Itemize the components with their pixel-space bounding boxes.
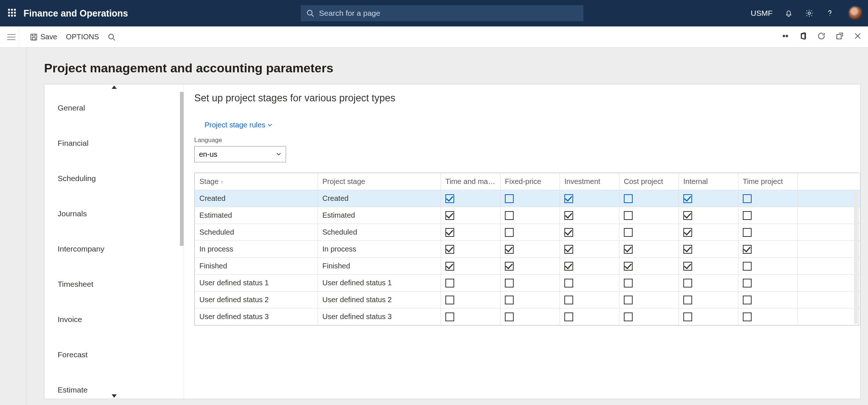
checkbox[interactable] (505, 228, 514, 237)
checkbox[interactable] (505, 245, 514, 254)
cell-project-stage[interactable]: Created (318, 190, 441, 207)
checkbox[interactable] (445, 194, 454, 203)
table-row[interactable]: In processIn process (195, 241, 860, 258)
sidenav-item[interactable]: Scheduling (44, 161, 184, 196)
checkbox[interactable] (624, 228, 633, 237)
checkbox[interactable] (683, 262, 692, 271)
cell-stage[interactable]: User defined status 2 (195, 292, 318, 308)
save-button[interactable]: Save (26, 26, 62, 47)
cell-project-stage[interactable]: User defined status 2 (318, 292, 441, 308)
column-header[interactable]: Internal (679, 173, 738, 190)
cell-project-stage[interactable]: Estimated (318, 207, 441, 224)
checkbox[interactable] (683, 245, 692, 254)
cell-stage[interactable]: Finished (195, 258, 318, 275)
checkbox[interactable] (624, 312, 633, 321)
sidenav-item[interactable]: Journals (44, 196, 184, 231)
help-icon[interactable] (825, 9, 834, 18)
checkbox[interactable] (564, 312, 573, 321)
checkbox[interactable] (624, 262, 633, 271)
checkbox[interactable] (445, 228, 454, 237)
checkbox[interactable] (564, 296, 573, 304)
table-row[interactable]: CreatedCreated (195, 190, 860, 207)
cell-stage[interactable]: Estimated (195, 207, 318, 224)
sidenav-item[interactable]: Invoice (44, 302, 184, 337)
checkbox[interactable] (683, 228, 692, 237)
table-row[interactable]: ScheduledScheduled (195, 224, 860, 241)
company-label[interactable]: USMF (751, 9, 773, 18)
notifications-icon[interactable] (784, 9, 793, 18)
refresh-icon[interactable] (817, 32, 825, 42)
cell-project-stage[interactable]: Scheduled (318, 224, 441, 241)
checkbox[interactable] (743, 279, 752, 288)
checkbox[interactable] (624, 194, 633, 203)
cell-project-stage[interactable]: User defined status 1 (318, 275, 441, 292)
column-header[interactable]: Time project (738, 173, 798, 190)
checkbox[interactable] (743, 228, 752, 237)
checkbox[interactable] (743, 194, 752, 203)
column-header[interactable]: Project stage (318, 173, 441, 190)
app-launcher-icon[interactable] (8, 9, 17, 18)
checkbox[interactable] (683, 211, 692, 220)
checkbox[interactable] (564, 279, 573, 288)
sidenav-item[interactable]: Intercompany (44, 231, 184, 267)
cell-stage[interactable]: User defined status 3 (195, 308, 318, 325)
checkbox[interactable] (445, 262, 454, 271)
cell-project-stage[interactable]: User defined status 3 (318, 308, 441, 325)
table-row[interactable]: User defined status 3User defined status… (195, 308, 860, 325)
checkbox[interactable] (743, 211, 752, 220)
cell-stage[interactable]: In process (195, 241, 318, 258)
settings-icon[interactable] (805, 9, 814, 18)
user-avatar[interactable] (849, 7, 862, 20)
cell-stage[interactable]: Scheduled (195, 224, 318, 241)
checkbox[interactable] (564, 228, 573, 237)
column-header[interactable]: Cost project (619, 173, 679, 190)
checkbox[interactable] (564, 245, 573, 254)
cell-stage[interactable]: Created (195, 190, 318, 207)
sidenav-item[interactable]: Forecast (44, 337, 184, 372)
column-header[interactable]: Investment (560, 173, 619, 190)
table-row[interactable]: User defined status 1User defined status… (195, 275, 860, 292)
checkbox[interactable] (743, 245, 752, 254)
project-stage-rules-link[interactable]: Project stage rules (205, 121, 272, 129)
popout-icon[interactable] (836, 32, 844, 42)
attachments-icon[interactable] (781, 32, 789, 42)
close-icon[interactable] (854, 32, 861, 41)
options-button[interactable]: OPTIONS (62, 26, 104, 47)
checkbox[interactable] (683, 194, 692, 203)
column-header[interactable]: Stage↑ (195, 173, 318, 190)
checkbox[interactable] (564, 194, 573, 203)
checkbox[interactable] (445, 211, 454, 220)
sidenav-item[interactable]: Financial (44, 126, 184, 161)
table-row[interactable]: User defined status 2User defined status… (195, 292, 860, 308)
checkbox[interactable] (743, 312, 752, 321)
cell-project-stage[interactable]: In process (318, 241, 441, 258)
checkbox[interactable] (564, 262, 573, 271)
checkbox[interactable] (683, 296, 692, 304)
search-input[interactable] (319, 9, 578, 18)
cell-project-stage[interactable]: Finished (318, 258, 441, 275)
checkbox[interactable] (624, 245, 633, 254)
cell-stage[interactable]: User defined status 1 (195, 275, 318, 292)
checkbox[interactable] (505, 211, 514, 220)
checkbox[interactable] (505, 312, 514, 321)
column-header[interactable]: Fixed-price (500, 173, 560, 190)
checkbox[interactable] (505, 262, 514, 271)
checkbox[interactable] (683, 279, 692, 288)
sidenav-scroll-up-icon[interactable] (44, 84, 184, 90)
sidenav-scroll-down-icon[interactable] (44, 393, 184, 399)
checkbox[interactable] (624, 279, 633, 288)
office-icon[interactable] (800, 32, 807, 42)
checkbox[interactable] (743, 262, 752, 271)
table-row[interactable]: EstimatedEstimated (195, 207, 860, 224)
checkbox[interactable] (564, 211, 573, 220)
checkbox[interactable] (505, 194, 514, 203)
checkbox[interactable] (505, 279, 514, 288)
global-search[interactable] (301, 5, 583, 21)
checkbox[interactable] (445, 312, 454, 321)
nav-toggle-icon[interactable] (4, 26, 19, 47)
checkbox[interactable] (505, 296, 514, 304)
column-header[interactable]: Time and materi... (441, 173, 500, 190)
sidenav-item[interactable]: General (44, 90, 184, 126)
sidenav-scrollbar[interactable] (180, 92, 184, 246)
checkbox[interactable] (445, 245, 454, 254)
